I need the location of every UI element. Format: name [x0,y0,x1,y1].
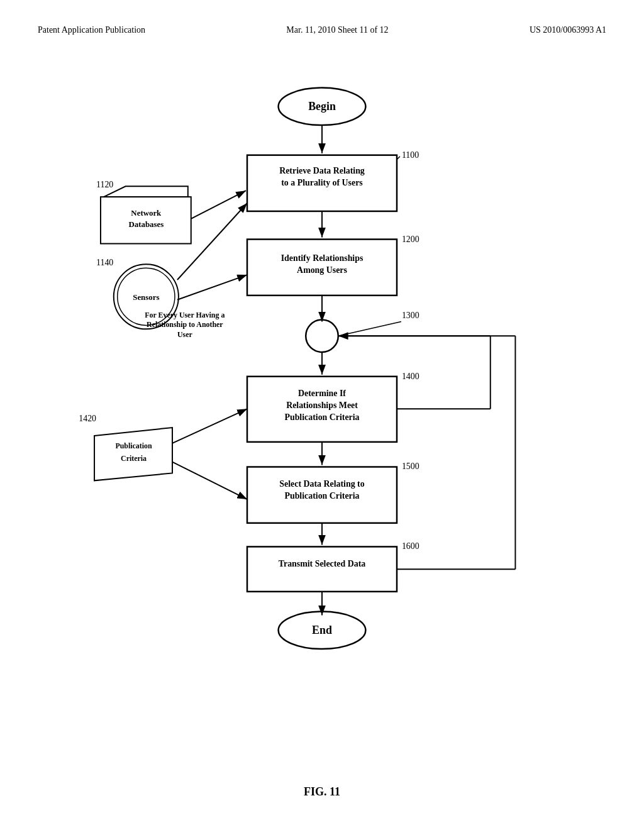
svg-line-27 [191,191,246,219]
n1400-text-line3: Publication Criteria [284,412,359,422]
n1300-label: 1300 [402,311,419,320]
n1420-label: 1420 [79,414,96,423]
n1500-text-line2: Publication Criteria [284,491,359,501]
loop-label-line2: Relationship to Another [147,320,223,329]
n1140-text: Sensors [133,293,159,302]
n1120-text-line1: Network [131,209,162,218]
n1100-text-line1: Retrieve Data Relating [279,166,365,175]
svg-line-30 [177,203,247,280]
flowchart-diagram: Begin Retrieve Data Relating to a Plural… [38,57,606,805]
n1200-label: 1200 [402,235,419,244]
n1200-text-line2: Among Users [297,265,347,275]
end-label: End [312,624,332,636]
svg-marker-26 [104,186,188,197]
n1200-text-line1: Identify Relationships [281,253,364,263]
n1400-text-line2: Relationships Meet [286,401,358,410]
n1420-text-line1: Publication [115,441,152,450]
n1140-label: 1140 [96,258,113,267]
n1420-text-line2: Criteria [121,454,147,463]
flowchart-svg: Begin Retrieve Data Relating to a Plural… [38,57,606,805]
n1600-label: 1600 [402,541,419,551]
n1500-label: 1500 [402,462,419,471]
n1100-label: 1100 [402,150,419,160]
svg-line-34 [172,462,247,500]
n1100-text-line2: to a Plurality of Users [281,178,363,187]
n1120-label: 1120 [96,180,113,189]
svg-line-10 [338,321,401,336]
header-publication: Patent Application Publication [38,25,145,35]
header-date-sheet: Mar. 11, 2010 Sheet 11 of 12 [286,25,388,35]
n1400-label: 1400 [402,372,419,381]
begin-label: Begin [308,100,336,113]
page: Patent Application Publication Mar. 11, … [0,0,644,830]
n1120-text-line2: Databases [128,220,164,229]
n1500-text-line1: Select Data Relating to [279,479,364,489]
figure-label: FIG. 11 [304,785,340,799]
loop-label-line1: For Every User Having a [145,311,225,319]
svg-rect-16 [247,546,397,591]
svg-line-33 [172,409,247,443]
n1400-text-line1: Determine If [298,389,346,398]
n1600-text-line1: Transmit Selected Data [279,559,366,568]
svg-line-31 [177,275,247,300]
svg-point-9 [306,319,338,352]
loop-label-line3: User [177,330,192,339]
header-patent-number: US 2010/0063993 A1 [530,25,606,35]
page-header: Patent Application Publication Mar. 11, … [38,25,606,35]
